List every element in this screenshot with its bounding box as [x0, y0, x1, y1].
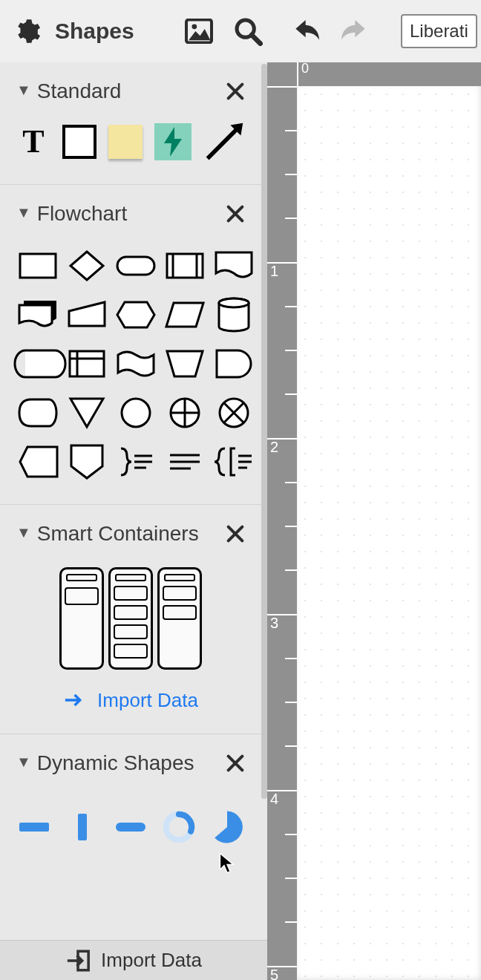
shapes-panel-title: Shapes	[55, 19, 134, 44]
section-title-flowchart: Flowchart	[37, 202, 223, 226]
ruler-v-label: 3	[270, 615, 278, 632]
close-icon[interactable]	[223, 751, 248, 776]
close-icon[interactable]	[223, 201, 248, 226]
svg-point-20	[122, 399, 150, 427]
gear-icon[interactable]	[12, 16, 42, 46]
shape-stored-data[interactable]	[16, 342, 59, 385]
ruler-v-label: 1	[270, 263, 278, 280]
svg-point-1	[192, 24, 197, 29]
shape-preparation[interactable]	[114, 293, 157, 336]
caret-down-icon: ▼	[16, 204, 31, 221]
shape-note-lines[interactable]	[163, 440, 206, 483]
caret-down-icon: ▼	[16, 524, 31, 541]
image-icon[interactable]	[180, 12, 218, 50]
shape-rectangle[interactable]	[62, 120, 96, 163]
topbar: Shapes Liberati	[0, 0, 481, 62]
shape-internal-storage[interactable]	[65, 342, 108, 385]
shape-display[interactable]	[16, 391, 59, 434]
shape-manual-input[interactable]	[65, 293, 108, 336]
undo-button[interactable]	[292, 20, 324, 42]
shapes-sidebar: ▼ Standard T ▼ Flowchart	[0, 62, 267, 980]
svg-point-14	[219, 298, 249, 307]
shape-delay[interactable]	[212, 342, 255, 385]
section-title-smart-containers: Smart Containers	[37, 522, 223, 546]
svg-line-4	[208, 129, 237, 158]
import-data-button[interactable]: Import Data	[0, 940, 267, 980]
svg-marker-27	[20, 447, 57, 477]
svg-marker-6	[71, 252, 103, 280]
import-data-button-label: Import Data	[101, 949, 202, 972]
shape-summing-junction[interactable]	[163, 391, 206, 434]
close-icon[interactable]	[223, 79, 248, 104]
svg-marker-28	[71, 445, 102, 478]
import-data-link[interactable]: Import Data	[0, 687, 261, 713]
redo-button[interactable]	[337, 20, 368, 42]
font-family-select[interactable]: Liberati	[401, 14, 477, 48]
section-header-smart-containers[interactable]: ▼ Smart Containers	[0, 505, 261, 560]
shape-pie-slice[interactable]	[209, 806, 245, 849]
svg-rect-5	[20, 254, 56, 278]
section-header-flowchart[interactable]: ▼ Flowchart	[0, 185, 261, 240]
shape-progress-bar-horizontal[interactable]	[16, 806, 51, 849]
shape-sticky-note[interactable]	[108, 120, 143, 163]
shape-process[interactable]	[16, 244, 59, 287]
ruler-horizontal[interactable]: 0	[297, 62, 481, 86]
section-title-dynamic-shapes: Dynamic Shapes	[37, 751, 223, 775]
shape-connector-circle[interactable]	[114, 391, 157, 434]
shape-progress-ring[interactable]	[161, 806, 196, 849]
shape-progress-pill[interactable]	[113, 806, 148, 849]
topbar-left: Shapes	[0, 0, 267, 62]
shape-brace-left-bracket[interactable]	[212, 440, 255, 483]
smart-containers-preview[interactable]	[0, 560, 261, 670]
shape-merge-triangle[interactable]	[65, 391, 108, 434]
section-header-dynamic-shapes[interactable]: ▼ Dynamic Shapes	[0, 734, 261, 789]
svg-marker-12	[166, 303, 203, 327]
shape-offpage-down[interactable]	[65, 440, 108, 483]
shape-multi-document[interactable]	[16, 293, 59, 336]
shape-energy[interactable]	[154, 120, 192, 163]
svg-rect-7	[117, 257, 154, 275]
shape-paper-tape[interactable]	[114, 342, 157, 385]
section-standard: ▼ Standard T	[0, 62, 261, 185]
ruler-h-label: 0	[301, 61, 309, 76]
shape-decision[interactable]	[65, 244, 108, 287]
shape-offpage-connector[interactable]	[16, 440, 59, 483]
caret-down-icon: ▼	[16, 754, 31, 771]
section-header-standard[interactable]: ▼ Standard	[0, 62, 261, 117]
topbar-right: Liberati	[267, 0, 481, 62]
sidebar-scrollbar-thumb[interactable]	[261, 64, 267, 799]
shape-arrow[interactable]	[203, 120, 245, 163]
shape-database[interactable]	[212, 293, 255, 336]
svg-marker-19	[71, 399, 103, 427]
search-icon[interactable]	[229, 12, 267, 50]
section-flowchart: ▼ Flowchart	[0, 185, 261, 505]
ruler-v-label: 5	[270, 967, 278, 980]
shape-document[interactable]	[212, 244, 255, 287]
shape-progress-bar-vertical[interactable]	[65, 806, 99, 849]
shape-brace-right-note[interactable]	[114, 440, 157, 483]
svg-marker-11	[117, 302, 154, 327]
shape-manual-operation[interactable]	[163, 342, 206, 385]
ruler-vertical[interactable]: 1 2 3 4 5	[267, 86, 297, 980]
canvas-page[interactable]	[297, 86, 481, 980]
canvas-area: 0 1 2 3 4 5	[267, 62, 481, 980]
ruler-v-label: 2	[270, 439, 278, 456]
section-dynamic-shapes: ▼ Dynamic Shapes	[0, 734, 261, 893]
sidebar-scrollbar[interactable]	[261, 62, 267, 980]
shape-terminator[interactable]	[114, 244, 157, 287]
section-smart-containers: ▼ Smart Containers Import Data	[0, 505, 261, 734]
close-icon[interactable]	[223, 521, 248, 546]
shape-predefined-process[interactable]	[163, 244, 206, 287]
shape-or-junction[interactable]	[212, 391, 255, 434]
font-family-value: Liberati	[410, 21, 468, 42]
svg-line-3	[252, 35, 261, 44]
ruler-v-label: 4	[270, 791, 278, 808]
shape-data-parallelogram[interactable]	[163, 293, 206, 336]
section-title-standard: Standard	[37, 79, 223, 103]
caret-down-icon: ▼	[16, 82, 31, 99]
svg-rect-15	[70, 351, 104, 376]
shape-text[interactable]: T	[16, 120, 50, 163]
svg-marker-18	[167, 351, 203, 376]
import-data-link-label: Import Data	[97, 689, 198, 712]
